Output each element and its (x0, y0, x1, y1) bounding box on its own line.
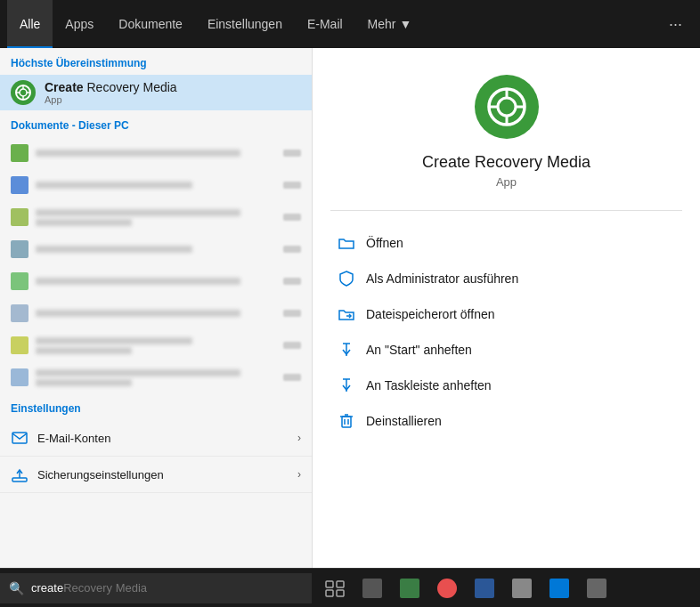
doc-item-8[interactable] (0, 361, 312, 393)
doc-item-6[interactable] (0, 297, 312, 329)
doc-icon-2 (11, 176, 28, 194)
doc-text-3 (36, 209, 276, 226)
section-docs: Dokumente - Dieser PC (0, 110, 312, 137)
doc-num-2 (283, 182, 301, 189)
tab-dokumente[interactable]: Dokumente (106, 0, 195, 48)
doc-item-4[interactable] (0, 233, 312, 265)
doc-item-7[interactable] (0, 329, 312, 361)
action-pin-start[interactable]: An "Start" anheften (330, 332, 682, 368)
taskbar-app-icon-7 (587, 579, 606, 598)
svg-rect-27 (326, 590, 333, 596)
lifebuoy-icon-small (15, 85, 31, 101)
section-settings: Einstellungen (0, 393, 312, 420)
best-match-text: Create Recovery Media App (45, 80, 301, 105)
settings-backup-item[interactable]: Sicherungseinstellungen › (0, 457, 312, 493)
tab-einstellungen[interactable]: Einstellungen (195, 0, 295, 48)
action-open-label: Öffnen (366, 236, 403, 250)
action-uninstall[interactable]: Deinstallieren (330, 403, 682, 439)
taskbar-icons (312, 572, 700, 604)
right-panel: Create Recovery Media App Öffnen A (312, 48, 700, 568)
taskbar-app-1[interactable] (356, 572, 388, 604)
taskbar-app-4[interactable] (468, 572, 501, 604)
svg-point-1 (20, 89, 27, 96)
tab-email[interactable]: E-Mail (295, 0, 355, 48)
left-panel: Höchste Übereinstimmung Create (0, 48, 312, 568)
best-match-subtitle: App (45, 94, 301, 105)
doc-num-7 (283, 342, 301, 349)
doc-text-6 (36, 310, 276, 317)
taskbar-app-icon-3 (437, 579, 457, 598)
doc-icon-6 (11, 304, 28, 322)
tab-apps[interactable]: Apps (53, 0, 106, 48)
doc-icon-8 (11, 368, 28, 386)
divider (330, 210, 682, 211)
action-run-admin[interactable]: Als Administrator ausführen (330, 261, 682, 296)
doc-num-8 (283, 374, 301, 381)
action-pin-start-label: An "Start" anheften (366, 343, 472, 357)
doc-num-1 (283, 150, 301, 157)
taskbar-app-icon-1 (362, 579, 382, 598)
taskbar-app-6[interactable] (543, 572, 575, 604)
folder-arrow-icon (338, 305, 355, 323)
doc-item-3[interactable] (0, 201, 312, 233)
doc-text-2 (36, 182, 276, 189)
settings-backup-chevron: › (297, 468, 301, 481)
top-nav: Alle Apps Dokumente Einstellungen E-Mail… (0, 0, 700, 48)
svg-point-10 (498, 98, 516, 116)
action-pin-taskbar-label: An Taskleiste anheften (366, 378, 492, 393)
action-pin-taskbar[interactable]: An Taskleiste anheften (330, 368, 682, 403)
taskbar-app-icon-6 (549, 579, 569, 598)
recovery-icon-small (11, 80, 36, 105)
taskbar-app-icon-2 (400, 579, 419, 598)
pin-taskbar-icon (338, 376, 355, 394)
shield-icon (338, 270, 355, 287)
settings-email-chevron: › (297, 432, 301, 444)
taskbar-app-icon-5 (512, 579, 532, 598)
action-location-label: Dateispeicherort öffnen (366, 307, 495, 321)
best-match-item[interactable]: Create Recovery Media App (0, 75, 312, 110)
tab-mehr[interactable]: Mehr ▼ (355, 0, 425, 48)
search-bar[interactable]: 🔍 createRecovery Media (0, 573, 312, 603)
lifebuoy-icon-large (487, 87, 526, 126)
taskbar: 🔍 createRecovery Media (0, 568, 700, 607)
app-title: Create Recovery Media (422, 153, 590, 172)
settings-backup-label: Sicherungseinstellungen (37, 468, 297, 482)
more-options-button[interactable]: ··· (658, 15, 693, 34)
taskbar-app-2[interactable] (394, 572, 426, 604)
app-icon-small (11, 80, 36, 105)
doc-text-4 (36, 246, 276, 253)
doc-item-1[interactable] (0, 137, 312, 169)
taskbar-app-3[interactable] (431, 572, 463, 604)
task-view-icon (325, 579, 345, 598)
doc-num-4 (283, 246, 301, 253)
search-ghost: Recovery Media (63, 581, 147, 595)
doc-text-1 (36, 150, 276, 157)
taskbar-icon-task-view[interactable] (319, 572, 351, 604)
tab-alle[interactable]: Alle (7, 0, 53, 48)
app-icon-large (475, 75, 539, 139)
action-open-location[interactable]: Dateispeicherort öffnen (330, 296, 682, 332)
search-icon: 🔍 (9, 581, 24, 595)
taskbar-app-5[interactable] (506, 572, 538, 604)
svg-rect-20 (342, 417, 351, 427)
taskbar-app-7[interactable] (581, 572, 613, 604)
doc-item-2[interactable] (0, 169, 312, 201)
action-list: Öffnen Als Administrator ausführen (330, 225, 682, 439)
doc-icon-1 (11, 144, 28, 162)
doc-icon-7 (11, 336, 28, 354)
doc-icon-5 (11, 272, 28, 290)
action-uninstall-label: Deinstallieren (366, 414, 442, 428)
svg-rect-26 (337, 581, 344, 587)
svg-rect-6 (12, 433, 27, 443)
doc-icon-3 (11, 208, 28, 226)
folder-open-icon (338, 234, 355, 252)
settings-email-label: E-Mail-Konten (37, 432, 297, 445)
doc-item-5[interactable] (0, 265, 312, 297)
action-open[interactable]: Öffnen (330, 225, 682, 261)
app-type: App (496, 175, 517, 189)
backup-icon (11, 465, 28, 483)
settings-email-item[interactable]: E-Mail-Konten › (0, 420, 312, 457)
doc-num-6 (283, 310, 301, 317)
svg-rect-28 (337, 590, 344, 596)
doc-num-5 (283, 278, 301, 285)
